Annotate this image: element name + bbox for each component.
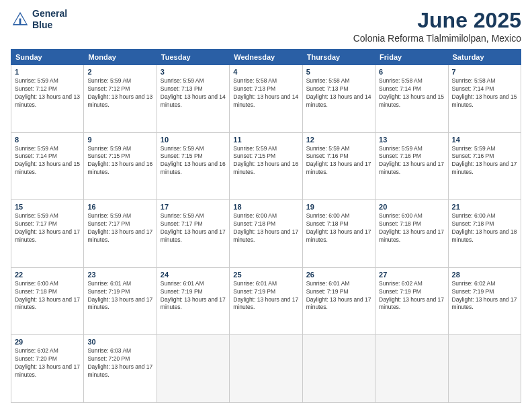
day-info: Sunrise: 6:01 AMSunset: 7:19 PMDaylight:… bbox=[161, 280, 226, 312]
day-number: 17 bbox=[161, 203, 226, 211]
week-row-1: 1Sunrise: 5:59 AMSunset: 7:12 PMDaylight… bbox=[11, 65, 521, 133]
weekday-header-monday: Monday bbox=[84, 50, 157, 65]
weekday-header-sunday: Sunday bbox=[11, 50, 84, 65]
day-info: Sunrise: 6:00 AMSunset: 7:18 PMDaylight:… bbox=[15, 280, 80, 312]
empty-cell bbox=[302, 335, 375, 403]
day-number: 27 bbox=[379, 271, 444, 279]
day-info: Sunrise: 6:00 AMSunset: 7:18 PMDaylight:… bbox=[452, 212, 517, 244]
day-cell-6: 6Sunrise: 5:58 AMSunset: 7:14 PMDaylight… bbox=[375, 65, 448, 133]
day-cell-16: 16Sunrise: 5:59 AMSunset: 7:17 PMDayligh… bbox=[84, 200, 157, 268]
day-info: Sunrise: 5:59 AMSunset: 7:17 PMDaylight:… bbox=[161, 212, 226, 244]
title-block: June 2025 Colonia Reforma Tlalmimilolpan… bbox=[353, 8, 521, 44]
empty-cell bbox=[375, 335, 448, 403]
day-info: Sunrise: 5:59 AMSunset: 7:12 PMDaylight:… bbox=[15, 77, 80, 109]
weekday-header-saturday: Saturday bbox=[448, 50, 521, 65]
day-info: Sunrise: 5:59 AMSunset: 7:15 PMDaylight:… bbox=[233, 145, 298, 177]
day-number: 19 bbox=[306, 203, 371, 211]
day-number: 13 bbox=[379, 136, 444, 144]
day-number: 4 bbox=[233, 68, 298, 76]
day-cell-26: 26Sunrise: 6:01 AMSunset: 7:19 PMDayligh… bbox=[302, 267, 375, 335]
empty-cell bbox=[157, 335, 229, 403]
day-cell-27: 27Sunrise: 6:02 AMSunset: 7:19 PMDayligh… bbox=[375, 267, 448, 335]
day-info: Sunrise: 6:02 AMSunset: 7:20 PMDaylight:… bbox=[15, 347, 80, 379]
day-number: 23 bbox=[87, 271, 152, 279]
day-number: 20 bbox=[379, 203, 444, 211]
day-cell-12: 12Sunrise: 5:59 AMSunset: 7:16 PMDayligh… bbox=[302, 132, 375, 200]
day-number: 30 bbox=[87, 338, 152, 346]
day-number: 15 bbox=[15, 203, 80, 211]
week-row-2: 8Sunrise: 5:59 AMSunset: 7:14 PMDaylight… bbox=[11, 132, 521, 200]
day-info: Sunrise: 6:03 AMSunset: 7:20 PMDaylight:… bbox=[87, 347, 152, 379]
day-info: Sunrise: 5:59 AMSunset: 7:13 PMDaylight:… bbox=[161, 77, 226, 109]
calendar-subtitle: Colonia Reforma Tlalmimilolpan, Mexico bbox=[353, 33, 521, 44]
day-info: Sunrise: 6:01 AMSunset: 7:19 PMDaylight:… bbox=[306, 280, 371, 312]
day-number: 5 bbox=[306, 68, 371, 76]
weekday-header-tuesday: Tuesday bbox=[157, 50, 229, 65]
day-cell-11: 11Sunrise: 5:59 AMSunset: 7:15 PMDayligh… bbox=[230, 132, 302, 200]
day-info: Sunrise: 5:59 AMSunset: 7:16 PMDaylight:… bbox=[452, 145, 517, 177]
day-cell-5: 5Sunrise: 5:58 AMSunset: 7:13 PMDaylight… bbox=[302, 65, 375, 133]
day-number: 6 bbox=[379, 68, 444, 76]
logo-icon bbox=[11, 10, 30, 29]
day-number: 29 bbox=[15, 338, 80, 346]
day-cell-28: 28Sunrise: 6:02 AMSunset: 7:19 PMDayligh… bbox=[448, 267, 521, 335]
day-cell-3: 3Sunrise: 5:59 AMSunset: 7:13 PMDaylight… bbox=[157, 65, 229, 133]
day-number: 11 bbox=[233, 136, 298, 144]
day-number: 2 bbox=[87, 68, 152, 76]
day-cell-17: 17Sunrise: 5:59 AMSunset: 7:17 PMDayligh… bbox=[157, 200, 229, 268]
day-info: Sunrise: 5:58 AMSunset: 7:13 PMDaylight:… bbox=[233, 77, 298, 109]
day-number: 28 bbox=[452, 271, 517, 279]
weekday-header-wednesday: Wednesday bbox=[230, 50, 302, 65]
weekday-header-friday: Friday bbox=[375, 50, 448, 65]
day-cell-15: 15Sunrise: 5:59 AMSunset: 7:17 PMDayligh… bbox=[11, 200, 84, 268]
day-info: Sunrise: 5:59 AMSunset: 7:12 PMDaylight:… bbox=[87, 77, 152, 109]
day-cell-8: 8Sunrise: 5:59 AMSunset: 7:14 PMDaylight… bbox=[11, 132, 84, 200]
day-cell-1: 1Sunrise: 5:59 AMSunset: 7:12 PMDaylight… bbox=[11, 65, 84, 133]
day-cell-29: 29Sunrise: 6:02 AMSunset: 7:20 PMDayligh… bbox=[11, 335, 84, 403]
header: General Blue June 2025 Colonia Reforma T… bbox=[11, 8, 521, 44]
day-number: 10 bbox=[161, 136, 226, 144]
day-cell-22: 22Sunrise: 6:00 AMSunset: 7:18 PMDayligh… bbox=[11, 267, 84, 335]
day-cell-9: 9Sunrise: 5:59 AMSunset: 7:15 PMDaylight… bbox=[84, 132, 157, 200]
day-cell-21: 21Sunrise: 6:00 AMSunset: 7:18 PMDayligh… bbox=[448, 200, 521, 268]
day-info: Sunrise: 5:59 AMSunset: 7:14 PMDaylight:… bbox=[15, 145, 80, 177]
day-number: 18 bbox=[233, 203, 298, 211]
calendar-title: June 2025 bbox=[353, 8, 521, 33]
day-info: Sunrise: 5:58 AMSunset: 7:14 PMDaylight:… bbox=[379, 77, 444, 109]
day-info: Sunrise: 6:02 AMSunset: 7:19 PMDaylight:… bbox=[379, 280, 444, 312]
day-number: 14 bbox=[452, 136, 517, 144]
day-cell-7: 7Sunrise: 5:58 AMSunset: 7:14 PMDaylight… bbox=[448, 65, 521, 133]
day-info: Sunrise: 5:59 AMSunset: 7:17 PMDaylight:… bbox=[15, 212, 80, 244]
day-cell-19: 19Sunrise: 6:00 AMSunset: 7:18 PMDayligh… bbox=[302, 200, 375, 268]
day-cell-20: 20Sunrise: 6:00 AMSunset: 7:18 PMDayligh… bbox=[375, 200, 448, 268]
calendar-page: General Blue June 2025 Colonia Reforma T… bbox=[0, 0, 532, 411]
day-number: 8 bbox=[15, 136, 80, 144]
day-cell-14: 14Sunrise: 5:59 AMSunset: 7:16 PMDayligh… bbox=[448, 132, 521, 200]
day-info: Sunrise: 5:59 AMSunset: 7:15 PMDaylight:… bbox=[87, 145, 152, 177]
day-info: Sunrise: 6:00 AMSunset: 7:18 PMDaylight:… bbox=[379, 212, 444, 244]
calendar-table: SundayMondayTuesdayWednesdayThursdayFrid… bbox=[11, 49, 521, 403]
day-info: Sunrise: 5:59 AMSunset: 7:17 PMDaylight:… bbox=[87, 212, 152, 244]
day-info: Sunrise: 6:00 AMSunset: 7:18 PMDaylight:… bbox=[233, 212, 298, 244]
day-cell-2: 2Sunrise: 5:59 AMSunset: 7:12 PMDaylight… bbox=[84, 65, 157, 133]
day-number: 9 bbox=[87, 136, 152, 144]
day-info: Sunrise: 5:59 AMSunset: 7:16 PMDaylight:… bbox=[379, 145, 444, 177]
day-number: 22 bbox=[15, 271, 80, 279]
logo-text: General Blue bbox=[32, 8, 67, 31]
day-info: Sunrise: 5:59 AMSunset: 7:16 PMDaylight:… bbox=[306, 145, 371, 177]
day-number: 26 bbox=[306, 271, 371, 279]
day-number: 25 bbox=[233, 271, 298, 279]
day-info: Sunrise: 6:02 AMSunset: 7:19 PMDaylight:… bbox=[452, 280, 517, 312]
day-cell-30: 30Sunrise: 6:03 AMSunset: 7:20 PMDayligh… bbox=[84, 335, 157, 403]
day-cell-10: 10Sunrise: 5:59 AMSunset: 7:15 PMDayligh… bbox=[157, 132, 229, 200]
day-number: 12 bbox=[306, 136, 371, 144]
day-cell-23: 23Sunrise: 6:01 AMSunset: 7:19 PMDayligh… bbox=[84, 267, 157, 335]
day-cell-25: 25Sunrise: 6:01 AMSunset: 7:19 PMDayligh… bbox=[230, 267, 302, 335]
weekday-header-thursday: Thursday bbox=[302, 50, 375, 65]
day-info: Sunrise: 5:58 AMSunset: 7:13 PMDaylight:… bbox=[306, 77, 371, 109]
logo: General Blue bbox=[11, 8, 67, 31]
weekday-header-row: SundayMondayTuesdayWednesdayThursdayFrid… bbox=[11, 50, 521, 65]
day-info: Sunrise: 5:59 AMSunset: 7:15 PMDaylight:… bbox=[161, 145, 226, 177]
day-info: Sunrise: 5:58 AMSunset: 7:14 PMDaylight:… bbox=[452, 77, 517, 109]
day-cell-24: 24Sunrise: 6:01 AMSunset: 7:19 PMDayligh… bbox=[157, 267, 229, 335]
